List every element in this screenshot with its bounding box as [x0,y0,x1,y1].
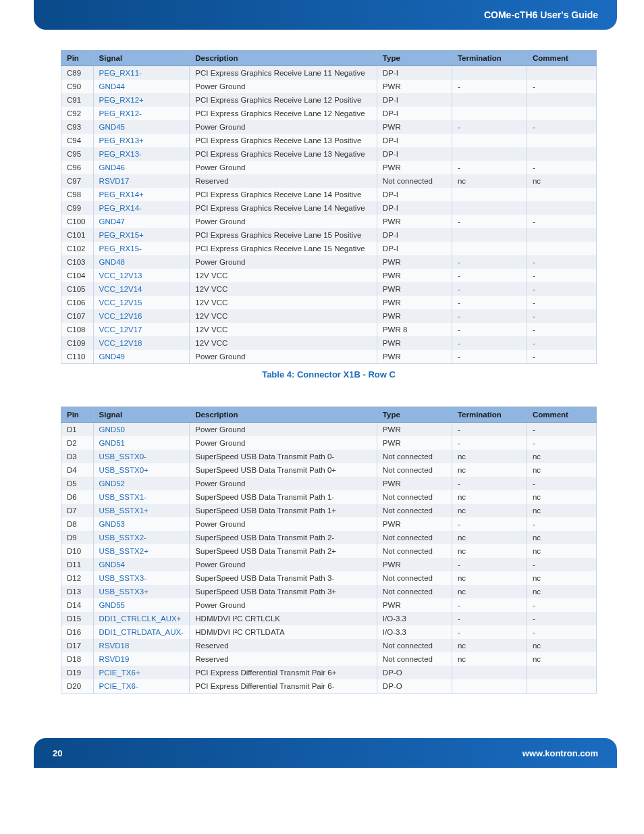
signal-link[interactable]: VCC_12V13 [99,271,142,280]
table-row: C96GND46Power GroundPWR-- [61,161,597,174]
cell-comment: - [527,436,596,450]
cell-pin: D16 [61,625,94,639]
signal-link[interactable]: GND52 [99,479,125,488]
cell-description: SuperSpeed USB Data Transmit Path 3- [190,571,377,585]
cell-type: PWR [377,255,452,269]
cell-signal: USB_SSTX0- [93,450,190,463]
cell-termination: - [452,558,527,571]
cell-termination [452,188,527,201]
signal-link[interactable]: USB_SSTX2- [99,533,146,542]
table-row: C106VCC_12V1512V VCCPWR-- [61,296,597,309]
cell-comment [527,201,596,215]
signal-link[interactable]: GND44 [99,82,125,90]
cell-description: 12V VCC [190,282,377,296]
cell-pin: D11 [61,558,94,571]
table-row: C93GND45Power GroundPWR-- [61,120,597,134]
th-termination: Termination [452,407,527,423]
cell-description: SuperSpeed USB Data Transmit Path 1- [190,490,377,504]
signal-link[interactable]: GND48 [99,258,125,266]
signal-link[interactable]: VCC_12V18 [99,339,142,347]
cell-termination: nc [452,639,527,652]
cell-termination: - [452,612,527,625]
cell-pin: D13 [61,585,94,598]
signal-link[interactable]: GND49 [99,353,125,361]
signal-link[interactable]: PEG_RX13+ [99,136,144,145]
table-row: C103GND48Power GroundPWR-- [61,255,597,269]
signal-link[interactable]: GND50 [99,425,125,434]
signal-link[interactable]: USB_SSTX2+ [99,547,149,555]
signal-link[interactable]: USB_SSTX0- [99,452,146,461]
table-row: D17RSVD18ReservedNot connectedncnc [61,639,597,652]
cell-comment [527,188,596,201]
signal-link[interactable]: RSVD19 [99,655,130,663]
table-row: D1GND50Power GroundPWR-- [61,423,597,437]
cell-comment: - [527,423,596,437]
signal-link[interactable]: USB_SSTX3- [99,574,146,582]
cell-comment: - [527,517,596,531]
signal-link[interactable]: USB_SSTX1+ [99,506,149,515]
th-pin: Pin [61,51,94,66]
cell-comment [527,147,596,161]
cell-signal: GND46 [93,161,190,174]
signal-link[interactable]: DDI1_CTRLDATA_AUX- [99,628,184,636]
cell-description: Power Ground [190,423,377,437]
signal-link[interactable]: RSVD18 [99,642,130,650]
cell-description: Power Ground [190,80,377,93]
cell-signal: RSVD17 [93,174,190,188]
cell-signal: PCIE_TX6+ [93,666,190,679]
signal-link[interactable]: GND45 [99,123,125,131]
cell-signal: PEG_RX12- [93,107,190,120]
signal-link[interactable]: PEG_RX14- [99,204,142,212]
cell-description: 12V VCC [190,296,377,309]
signal-link[interactable]: PEG_RX13- [99,150,142,158]
table-row: D6USB_SSTX1-SuperSpeed USB Data Transmit… [61,490,597,504]
signal-link[interactable]: VCC_12V16 [99,312,142,320]
signal-link[interactable]: PEG_RX14+ [99,190,144,199]
cell-comment: - [527,477,596,490]
signal-link[interactable]: PEG_RX12- [99,109,142,118]
cell-pin: D1 [61,423,94,437]
signal-link[interactable]: PCIE_TX6- [99,682,138,690]
signal-link[interactable]: GND54 [99,561,125,569]
cell-comment [527,107,596,120]
table-row: D15DDI1_CTRLCLK_AUX+HDMI/DVI I²C CRTLCLK… [61,612,597,625]
signal-link[interactable]: PEG_RX11- [99,69,142,77]
cell-pin: D4 [61,463,94,477]
signal-link[interactable]: USB_SSTX0+ [99,466,149,474]
signal-link[interactable]: GND51 [99,439,125,447]
cell-termination: nc [452,571,527,585]
table-row: C101PEG_RX15+PCI Express Graphics Receiv… [61,228,597,242]
cell-type: PWR [377,598,452,612]
cell-comment: nc [527,639,596,652]
signal-link[interactable]: GND46 [99,163,125,172]
signal-link[interactable]: PEG_RX15- [99,244,142,253]
signal-link[interactable]: PCIE_TX6+ [99,669,140,677]
cell-termination: - [452,296,527,309]
signal-link[interactable]: GND53 [99,520,125,528]
signal-link[interactable]: USB_SSTX3+ [99,588,149,596]
signal-link[interactable]: RSVD17 [99,177,130,185]
table-row: C110GND49Power GroundPWR-- [61,350,597,364]
cell-pin: D15 [61,612,94,625]
signal-link[interactable]: VCC_12V17 [99,325,142,334]
signal-link[interactable]: PEG_RX15+ [99,231,144,239]
cell-type: PWR [377,350,452,364]
cell-termination: nc [452,174,527,188]
signal-link[interactable]: PEG_RX12+ [99,96,144,104]
cell-pin: D7 [61,504,94,517]
cell-termination [452,228,527,242]
cell-type: PWR [377,282,452,296]
signal-link[interactable]: VCC_12V15 [99,298,142,307]
signal-link[interactable]: GND47 [99,217,125,226]
signal-link[interactable]: DDI1_CTRLCLK_AUX+ [99,615,182,623]
cell-signal: PEG_RX14+ [93,188,190,201]
cell-comment: nc [527,531,596,544]
signal-link[interactable]: GND55 [99,601,125,609]
cell-type: DP-I [377,188,452,201]
table-row: D13USB_SSTX3+SuperSpeed USB Data Transmi… [61,585,597,598]
signal-link[interactable]: VCC_12V14 [99,285,142,293]
cell-description: Reserved [190,174,377,188]
cell-termination [452,679,527,694]
cell-description: 12V VCC [190,336,377,350]
signal-link[interactable]: USB_SSTX1- [99,493,146,501]
